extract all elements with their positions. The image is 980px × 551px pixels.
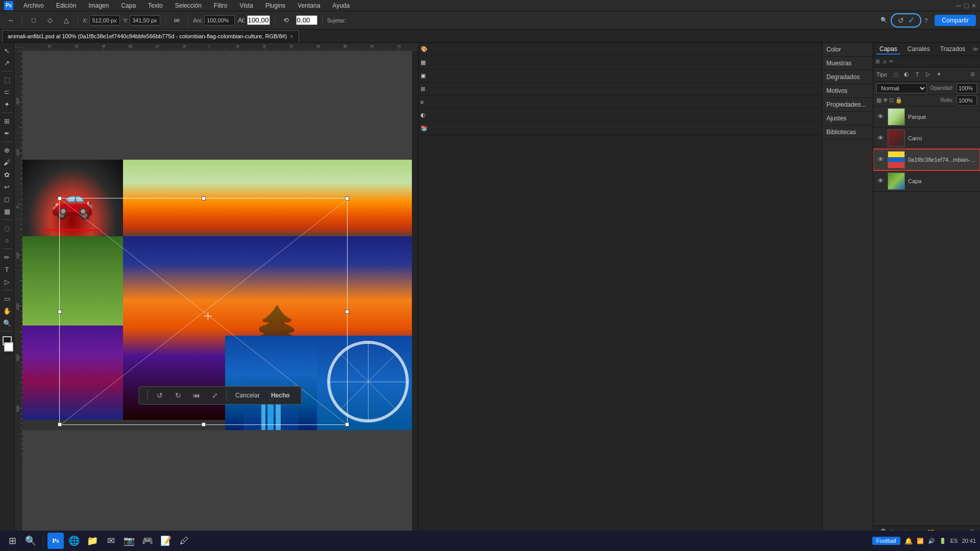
ani-input[interactable] xyxy=(204,15,235,26)
filter-pixel-icon[interactable]: □ xyxy=(891,70,900,79)
taskbar-chrome-btn[interactable]: 🌐 xyxy=(66,533,82,549)
clone-tool[interactable]: ✿ xyxy=(2,169,13,180)
blur-tool[interactable]: ◌ xyxy=(2,222,13,234)
zoom-tool[interactable]: 🔍 xyxy=(2,317,13,329)
wand-tool[interactable]: ✦ xyxy=(2,98,13,110)
layer-colombian[interactable]: 👁 0a1f8c38e1ef74...mbian-culture xyxy=(873,149,980,170)
menu-archivo[interactable]: Archivo xyxy=(21,1,46,10)
layer-capa[interactable]: 👁 Capa xyxy=(873,170,980,192)
swatches-section[interactable]: ▦ xyxy=(419,56,822,69)
gradients-section[interactable]: ▣ xyxy=(419,69,822,83)
tab-trazados[interactable]: Trazados xyxy=(937,44,969,55)
move-tool[interactable]: ↔ xyxy=(4,14,17,27)
brush-tool[interactable]: 🖌 xyxy=(2,157,13,168)
taskbar-note-btn[interactable]: 📝 xyxy=(158,533,174,549)
layer-carro[interactable]: 👁 Carro xyxy=(873,128,980,149)
angle-input[interactable] xyxy=(296,15,317,25)
canales-icon[interactable]: ≡ xyxy=(883,59,886,65)
help-icon[interactable]: ? xyxy=(924,17,927,23)
filter-adjustment-icon[interactable]: ◐ xyxy=(902,70,911,79)
adjustments-label[interactable]: Ajustes xyxy=(822,112,873,126)
link-btn[interactable]: ∞ xyxy=(170,14,183,27)
menu-edicion[interactable]: Edición xyxy=(54,1,78,10)
minimize-btn[interactable]: ─ xyxy=(956,2,961,10)
color-label[interactable]: Color xyxy=(822,43,873,57)
lock-artboard-icon[interactable]: ⊡ xyxy=(889,97,894,104)
menu-ventana[interactable]: Ventana xyxy=(296,1,322,10)
patterns-section[interactable]: ⊞ xyxy=(419,83,822,96)
al-input[interactable] xyxy=(247,15,270,25)
transform-undo[interactable]: ↺ xyxy=(153,389,166,402)
transform-warp[interactable]: ⤢ xyxy=(208,389,222,402)
taskbar-wifi[interactable]: 📶 xyxy=(917,538,924,544)
trazados-icon[interactable]: ✏ xyxy=(889,58,894,65)
scrollbar-v[interactable] xyxy=(412,51,418,533)
menu-imagen[interactable]: Imagen xyxy=(86,1,111,10)
taskbar-football[interactable]: Football xyxy=(872,537,900,545)
search-icon[interactable]: 🔍 xyxy=(880,17,888,23)
hand-tool[interactable]: ✋ xyxy=(2,305,13,316)
taskbar-battery[interactable]: 🔋 xyxy=(939,538,946,544)
rect-tool[interactable]: □ xyxy=(27,14,40,27)
filter-smart-icon[interactable]: ✦ xyxy=(934,70,943,79)
fill-input[interactable] xyxy=(957,95,977,106)
taskbar-ps-btn[interactable]: Ps xyxy=(47,533,64,549)
capas-icon[interactable]: ⊞ xyxy=(875,58,880,65)
menu-ayuda[interactable]: Ayuda xyxy=(330,1,352,10)
background-color[interactable] xyxy=(4,342,13,352)
marquee-tool[interactable]: ⬚ xyxy=(2,74,13,85)
path-select[interactable]: ▷ xyxy=(2,276,13,287)
eraser-tool[interactable]: ◻ xyxy=(2,193,13,205)
gradient-tool[interactable]: ▦ xyxy=(2,206,13,217)
compartir-button[interactable]: Compartir xyxy=(935,15,976,26)
y-input[interactable] xyxy=(130,15,160,26)
menu-texto[interactable]: Texto xyxy=(146,1,165,10)
menu-capa[interactable]: Capa xyxy=(119,1,138,10)
taskbar-game-btn[interactable]: 🎮 xyxy=(139,533,156,549)
confirm-circle[interactable]: ↺ ✓ xyxy=(891,13,921,28)
adjustments-section[interactable]: ◐ xyxy=(419,109,822,122)
maximize-btn[interactable]: □ xyxy=(964,2,968,10)
filter-shape-icon[interactable]: ▷ xyxy=(923,70,933,79)
type-tool[interactable]: T xyxy=(2,264,13,275)
lock-all-icon[interactable]: 🔒 xyxy=(895,97,902,104)
libraries-section[interactable]: 📚 xyxy=(419,122,822,135)
taskbar-explorer-btn[interactable]: 📁 xyxy=(84,533,101,549)
lock-checkerboard-icon[interactable]: ▦ xyxy=(876,97,881,104)
triangle-tool[interactable]: △ xyxy=(60,14,73,27)
taskbar-volume[interactable]: 🔊 xyxy=(928,538,935,544)
dodge-tool[interactable]: ○ xyxy=(2,235,13,246)
layer-vis-carro[interactable]: 👁 xyxy=(876,134,885,142)
eyedropper-tool[interactable]: ✒ xyxy=(2,128,13,139)
libraries-label[interactable]: Bibliotecas xyxy=(822,126,873,139)
arrow-tool[interactable]: ↖ xyxy=(2,45,13,56)
crop-tool[interactable]: ⊞ xyxy=(2,115,13,127)
menu-filtro[interactable]: Filtro xyxy=(212,1,230,10)
properties-section[interactable]: ≡ xyxy=(419,96,822,109)
filter-type-icon[interactable]: T xyxy=(913,70,922,79)
taskbar-paint-btn[interactable]: 🖊 xyxy=(176,533,192,549)
cancel-button[interactable]: Cancelar xyxy=(232,392,263,399)
taskbar-notifications[interactable]: 🔔 xyxy=(904,537,913,545)
lock-move-icon[interactable]: ✥ xyxy=(883,97,888,104)
transform-prev[interactable]: ⏮ xyxy=(190,389,203,402)
patterns-label[interactable]: Motivos xyxy=(822,84,873,98)
canvas-area[interactable]: 🚗 🌲 xyxy=(22,51,418,539)
gradients-label[interactable]: Degradados xyxy=(822,70,873,84)
swatches-label[interactable]: Muestras xyxy=(822,57,873,70)
layer-vis-capa[interactable]: 👁 xyxy=(876,177,885,185)
taskbar-search-btn[interactable]: 🔍 xyxy=(22,533,39,549)
transform-redo[interactable]: ↻ xyxy=(172,389,185,402)
heal-tool[interactable]: ⊕ xyxy=(2,144,13,156)
taskbar-windows-btn[interactable]: ⊞ xyxy=(4,533,20,549)
pen-tool[interactable]: ✏ xyxy=(2,252,13,263)
done-button[interactable]: Hecho xyxy=(268,392,293,399)
layers-expand-icon[interactable]: ≫ xyxy=(972,46,978,53)
filter-toggle-icon[interactable]: ⊙ xyxy=(968,70,977,79)
shape-tool[interactable]: ◇ xyxy=(43,14,57,27)
lasso-tool[interactable]: ⊂ xyxy=(2,86,13,97)
taskbar-mail-btn[interactable]: ✉ xyxy=(103,533,119,549)
layer-vis-parque[interactable]: 👁 xyxy=(876,113,885,121)
opacity-input[interactable] xyxy=(957,83,977,93)
tab-close[interactable]: × xyxy=(290,33,293,39)
